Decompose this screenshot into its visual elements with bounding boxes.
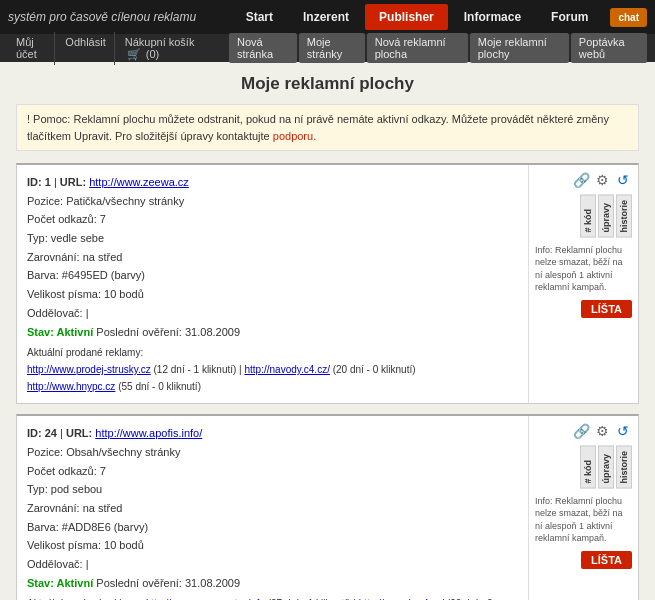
my-ad-spaces-link[interactable]: Moje reklamní plochy — [470, 33, 569, 63]
ad2-barva: #ADD8E6 (barvy) — [62, 521, 148, 533]
nav-start[interactable]: Start — [232, 4, 287, 30]
my-pages-link[interactable]: Moje stránky — [299, 33, 365, 63]
ad1-id-label: ID: 1 — [27, 176, 51, 188]
ad1-upravy-label[interactable]: úpravy — [598, 195, 614, 238]
nav-inzerent[interactable]: Inzerent — [289, 4, 363, 30]
nav-forum[interactable]: Forum — [537, 4, 602, 30]
ad1-pozice: Patička/všechny stránky — [66, 195, 184, 207]
ad1-barva: #6495ED (barvy) — [62, 269, 145, 281]
ad2-lista-button[interactable]: LÍŠTA — [581, 551, 632, 569]
ad2-history-icon[interactable]: ↺ — [614, 422, 632, 440]
top-header: systém pro časově cílenou reklamu Start … — [0, 0, 655, 34]
demand-webs-link[interactable]: Poptávka webů — [571, 33, 647, 63]
ad2-url-label: URL: — [66, 427, 92, 439]
my-account-link[interactable]: Můj účet — [8, 32, 55, 65]
ad2-typ: pod sebou — [51, 483, 102, 495]
ad2-pozice: Obsah/všechny stránky — [66, 446, 180, 458]
ad1-prodane-stats1: (12 dní - 1 kliknutí) — [154, 364, 237, 375]
ad2-kod-label[interactable]: # kód — [580, 446, 596, 489]
ad2-historie-label[interactable]: historie — [616, 446, 632, 489]
ad1-icon-row: 🔗 ⚙ ↺ — [535, 171, 632, 189]
ad1-prodane-link2[interactable]: http://navody.c4.cz/ — [245, 364, 330, 375]
second-navigation: Můj účet Odhlásit Nákupní košík 🛒 (0) No… — [0, 34, 655, 62]
ad-info-2: ID: 24 | URL: http://www.apofis.info/ Po… — [17, 416, 528, 600]
ad1-v-labels: # kód úpravy historie — [535, 195, 632, 238]
ad-info-1: ID: 1 | URL: http://www.zeewa.cz Pozice:… — [17, 165, 528, 403]
ad1-pisma: 10 bodů — [104, 288, 144, 300]
ad1-typ: vedle sebe — [51, 232, 104, 244]
new-ad-space-link[interactable]: Nová reklamní plocha — [367, 33, 468, 63]
ad1-overeni: 31.08.2009 — [185, 326, 240, 338]
ad2-settings-icon[interactable]: ⚙ — [593, 422, 611, 440]
chat-button[interactable]: chat — [610, 8, 647, 27]
cart-link[interactable]: Nákupní košík 🛒 (0) — [117, 32, 211, 65]
ad1-url-label: URL: — [60, 176, 86, 188]
ad2-zarovnani: na střed — [83, 502, 123, 514]
ad2-overeni-label: Poslední ověření: — [96, 577, 182, 589]
ad1-kod-label[interactable]: # kód — [580, 195, 596, 238]
ad1-prodane-link1[interactable]: http://www.prodej-strusky.cz — [27, 364, 151, 375]
cart-icon: 🛒 — [127, 48, 141, 60]
ad-panel-2: ID: 24 | URL: http://www.apofis.info/ Po… — [16, 414, 639, 600]
help-box: ! Pomoc: Reklamní plochu můžete odstrani… — [16, 104, 639, 151]
ad1-oddelovac: | — [86, 307, 89, 319]
ad1-pozice-label: Pozice: — [27, 195, 63, 207]
ad1-url[interactable]: http://www.zeewa.cz — [89, 176, 189, 188]
ad1-settings-icon[interactable]: ⚙ — [593, 171, 611, 189]
ad2-zarovnani-label: Zarovnání: — [27, 502, 80, 514]
ad1-link-icon[interactable]: 🔗 — [572, 171, 590, 189]
ad2-info-text: Info: Reklamní plochu nelze smazat, běží… — [535, 495, 632, 545]
brand-text: systém pro časově cílenou reklamu — [8, 10, 196, 24]
help-link[interactable]: podporu. — [273, 130, 316, 142]
nav-informace[interactable]: Informace — [450, 4, 535, 30]
logout-link[interactable]: Odhlásit — [57, 32, 114, 65]
ad2-link-icon[interactable]: 🔗 — [572, 422, 590, 440]
ad1-prodane-link3[interactable]: http://www.hnypc.cz — [27, 381, 115, 392]
ad1-pocet-label: Počet odkazů: — [27, 213, 97, 225]
page-title: Moje reklamní plochy — [16, 74, 639, 94]
ad2-id-label: ID: 24 — [27, 427, 57, 439]
ad1-overeni-label: Poslední ověření: — [96, 326, 182, 338]
main-content: Moje reklamní plochy ! Pomoc: Reklamní p… — [0, 62, 655, 600]
ad2-overeni: 31.08.2009 — [185, 577, 240, 589]
ad2-stav: Stav: Aktivní — [27, 577, 93, 589]
ad1-historie-label[interactable]: historie — [616, 195, 632, 238]
ad2-v-labels: # kód úpravy historie — [535, 446, 632, 489]
ad1-prodane-stats2: (20 dní - 0 kliknutí) — [333, 364, 416, 375]
ad2-oddelovac: | — [86, 558, 89, 570]
ad2-pocet-label: Počet odkazů: — [27, 465, 97, 477]
top-navigation: Start Inzerent Publisher Informace Forum… — [232, 4, 647, 30]
nav-publisher[interactable]: Publisher — [365, 4, 448, 30]
user-nav-group: Můj účet Odhlásit Nákupní košík 🛒 (0) — [8, 32, 211, 65]
ad1-lista-button[interactable]: LÍŠTA — [581, 300, 632, 318]
ad1-pisma-label: Velikost písma: — [27, 288, 101, 300]
ad2-url[interactable]: http://www.apofis.info/ — [95, 427, 202, 439]
ad1-oddelovac-label: Oddělovač: — [27, 307, 83, 319]
publisher-nav-group: Nová stránka Moje stránky Nová reklamní … — [229, 33, 647, 63]
ad-panel-1: ID: 1 | URL: http://www.zeewa.cz Pozice:… — [16, 163, 639, 404]
ad2-pisma-label: Velikost písma: — [27, 539, 101, 551]
ad1-typ-label: Typ: — [27, 232, 48, 244]
ad1-pocet: 7 — [100, 213, 106, 225]
ad1-barva-label: Barva: — [27, 269, 59, 281]
ad2-pisma: 10 bodů — [104, 539, 144, 551]
ad1-zarovnani: na střed — [83, 251, 123, 263]
ad1-stav: Stav: Aktivní — [27, 326, 93, 338]
help-text: ! Pomoc: Reklamní plochu můžete odstrani… — [27, 113, 609, 142]
ad2-icon-row: 🔗 ⚙ ↺ — [535, 422, 632, 440]
new-page-link[interactable]: Nová stránka — [229, 33, 297, 63]
ad1-history-icon[interactable]: ↺ — [614, 171, 632, 189]
ad2-typ-label: Typ: — [27, 483, 48, 495]
ad1-zarovnani-label: Zarovnání: — [27, 251, 80, 263]
ad2-pocet: 7 — [100, 465, 106, 477]
ad1-info-text: Info: Reklamní plochu nelze smazat, běží… — [535, 244, 632, 294]
ad2-barva-label: Barva: — [27, 521, 59, 533]
ad1-actions: 🔗 ⚙ ↺ # kód úpravy historie Info: Reklam… — [528, 165, 638, 403]
ad2-actions: 🔗 ⚙ ↺ # kód úpravy historie Info: Reklam… — [528, 416, 638, 600]
ad1-prodane-label: Aktuální prodané reklamy: — [27, 347, 143, 358]
ad2-oddelovac-label: Oddělovač: — [27, 558, 83, 570]
ad2-upravy-label[interactable]: úpravy — [598, 446, 614, 489]
ad2-pozice-label: Pozice: — [27, 446, 63, 458]
ad1-prodane-stats3: (55 dní - 0 kliknutí) — [118, 381, 201, 392]
